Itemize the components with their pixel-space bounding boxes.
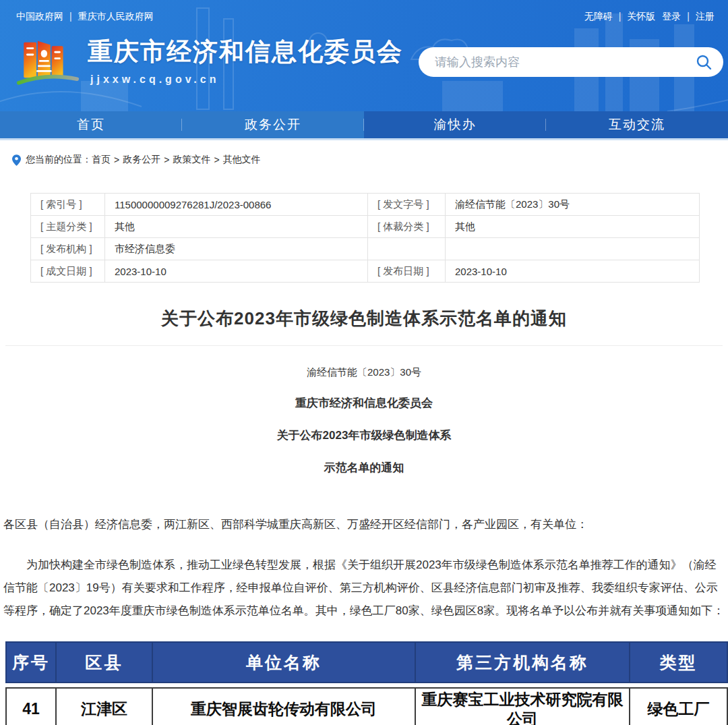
meta-value-genre-category: 其他 [446, 216, 700, 238]
document-main: [ 索引号 ] 11500000009276281J/2023-00866 [ … [0, 193, 728, 725]
meta-label-document-number: [ 发文字号 ] [368, 194, 446, 216]
breadcrumb: 您当前的位置： 首页 > 政务公开 > 政策文件 > 其他文件 [0, 140, 728, 169]
green-manufacturing-list-table: 序号 区县 单位名称 第三方机构名称 类型 41 江津区 重庆智展齿轮传动有限公… [5, 641, 727, 725]
document-title: 关于公布2023年市级绿色制造体系示范名单的通知 [7, 307, 721, 330]
search-input[interactable] [433, 55, 695, 70]
meta-row: [ 索引号 ] 11500000009276281J/2023-00866 [ … [31, 194, 700, 216]
document-body: 各区县（自治县）经济信息委，两江新区、西部科学城重庆高新区、万盛经开区经信部门，… [0, 513, 728, 622]
page: 中国政府网|重庆市人民政府网 无障碍|关怀版登录|注册 [0, 0, 728, 725]
site-banner: 中国政府网|重庆市人民政府网 无障碍|关怀版登录|注册 [0, 0, 728, 111]
site-name: 重庆市经济和信息化委员会 [88, 35, 403, 69]
site-logo-icon [16, 28, 80, 92]
meta-value-topic-category: 其他 [105, 216, 368, 238]
link-accessibility[interactable]: 无障碍 [584, 11, 613, 22]
document-number-line: 渝经信节能〔2023〕30号 [0, 366, 728, 379]
nav-tab-yukuaiban[interactable]: 渝快办 [364, 111, 546, 138]
topbar: 中国政府网|重庆市人民政府网 无障碍|关怀版登录|注册 [0, 0, 728, 23]
location-pin-icon [12, 154, 21, 166]
title-divider [5, 345, 723, 346]
column-header-district: 区县 [56, 642, 152, 683]
meta-label-index-number: [ 索引号 ] [31, 194, 105, 216]
main-nav: 首页 政务公开 渝快办 互动交流 [0, 111, 728, 138]
meta-row: [ 主题分类 ] 其他 [ 体裁分类 ] 其他 [31, 216, 700, 238]
brand-text: 重庆市经济和信息化委员会 jjxxw.cq.gov.cn [88, 35, 403, 86]
meta-label-empty [368, 238, 446, 260]
cell-type: 绿色工厂 [630, 688, 727, 725]
link-chongqing-gov[interactable]: 重庆市人民政府网 [78, 11, 154, 22]
link-care-version[interactable]: 关怀版 [627, 11, 655, 22]
cell-serial: 41 [6, 688, 56, 725]
link-register[interactable]: 注册 [696, 11, 715, 22]
document-meta-table: [ 索引号 ] 11500000009276281J/2023-00866 [ … [30, 193, 700, 283]
paragraph-main: 为加快构建全市绿色制造体系，推动工业绿色转型发展，根据《关于组织开展2023年市… [0, 554, 728, 622]
column-header-unit-name: 单位名称 [152, 642, 415, 683]
link-login[interactable]: 登录 [662, 11, 681, 22]
meta-value-written-date: 2023-10-10 [105, 260, 368, 283]
topbar-separator: | [619, 11, 621, 22]
column-header-type: 类型 [630, 642, 727, 683]
nav-tab-home[interactable]: 首页 [0, 111, 182, 138]
search-icon[interactable] [695, 53, 712, 71]
list-table-body: 41 江津区 重庆智展齿轮传动有限公司 重庆赛宝工业技术研究院有限公司 绿色工厂 [5, 687, 728, 725]
breadcrumb-separator: > [164, 154, 169, 165]
document-subtitle-line-1: 关于公布2023年市级绿色制造体系 [0, 428, 728, 443]
column-header-serial: 序号 [6, 642, 56, 683]
topbar-right-links: 无障碍|关怀版登录|注册 [584, 11, 715, 23]
column-header-third-party-agency: 第三方机构名称 [415, 642, 630, 683]
cell-unit-name: 重庆智展齿轮传动有限公司 [152, 688, 415, 725]
meta-label-issuing-agency: [ 发布机构 ] [31, 238, 105, 260]
search-box [419, 47, 723, 77]
topbar-separator: | [69, 11, 72, 22]
breadcrumb-label: 您当前的位置： [26, 154, 92, 166]
cell-third-party-agency: 重庆赛宝工业技术研究院有限公司 [415, 688, 630, 725]
breadcrumb-government-affairs[interactable]: 政务公开 [123, 154, 160, 165]
breadcrumb-separator: > [114, 154, 119, 165]
meta-row: [ 发布机构 ] 市经济信息委 [31, 238, 700, 260]
topbar-left-links: 中国政府网|重庆市人民政府网 [16, 11, 154, 23]
meta-label-genre-category: [ 体裁分类 ] [368, 216, 446, 238]
breadcrumb-separator: > [214, 154, 219, 165]
site-url: jjxxw.cq.gov.cn [90, 74, 403, 86]
meta-value-index-number: 11500000009276281J/2023-00866 [105, 194, 368, 216]
document-subtitle-line-2: 示范名单的通知 [0, 460, 728, 475]
nav-tab-interaction[interactable]: 互动交流 [546, 111, 728, 138]
breadcrumb-policy-documents[interactable]: 政策文件 [173, 154, 210, 165]
nav-tab-government-affairs[interactable]: 政务公开 [182, 111, 364, 138]
meta-value-document-number: 渝经信节能〔2023〕30号 [446, 194, 700, 216]
link-china-gov[interactable]: 中国政府网 [16, 11, 63, 22]
table-row: 41 江津区 重庆智展齿轮传动有限公司 重庆赛宝工业技术研究院有限公司 绿色工厂 [6, 688, 727, 725]
cell-district: 江津区 [56, 688, 152, 725]
meta-value-issuing-agency: 市经济信息委 [105, 238, 368, 260]
list-table-header: 序号 区县 单位名称 第三方机构名称 类型 [5, 641, 728, 683]
topbar-separator: | [687, 11, 690, 22]
meta-row: [ 成文日期 ] 2023-10-10 [ 发布日期 ] 2023-10-10 [31, 260, 700, 283]
issuing-agency-line: 重庆市经济和信息化委员会 [0, 395, 728, 411]
meta-value-publish-date: 2023-10-10 [446, 260, 700, 283]
paragraph-addressees: 各区县（自治县）经济信息委，两江新区、西部科学城重庆高新区、万盛经开区经信部门，… [0, 513, 728, 536]
meta-value-empty [446, 238, 700, 260]
meta-label-publish-date: [ 发布日期 ] [368, 260, 446, 283]
meta-label-written-date: [ 成文日期 ] [31, 260, 105, 283]
breadcrumb-other-documents[interactable]: 其他文件 [223, 154, 261, 165]
breadcrumb-home[interactable]: 首页 [92, 154, 111, 165]
meta-label-topic-category: [ 主题分类 ] [31, 216, 105, 238]
